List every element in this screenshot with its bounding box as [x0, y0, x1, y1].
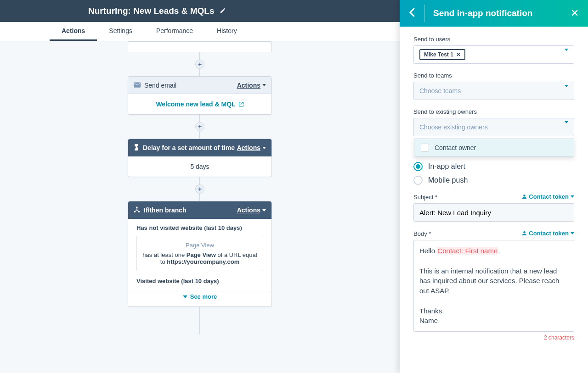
body-editor[interactable]: Hello Contact: First name, This is an in…: [413, 240, 574, 332]
side-panel: Send in-app notification ✕ Send to users…: [400, 0, 588, 373]
card-actions-menu[interactable]: Actions: [237, 206, 266, 214]
send-teams-label: Send to teams: [413, 72, 574, 79]
send-owners-select[interactable]: Choose existing owners Contact owner: [413, 118, 574, 136]
tab-history[interactable]: History: [205, 22, 249, 41]
card-actions-menu[interactable]: Actions: [237, 144, 266, 151]
radio-mobile-push[interactable]: Mobile push: [413, 176, 574, 185]
radio-button[interactable]: [413, 176, 423, 185]
card-send-email[interactable]: Send email Actions Welcome new lead & MQ…: [128, 76, 272, 115]
subject-label: Subject: [413, 194, 437, 200]
tabs-bar: Actions Settings Performance History: [0, 22, 400, 41]
card-cutoff: [128, 41, 272, 52]
branch-option-b-title: Visited website (last 10 days): [136, 278, 263, 284]
connector: [199, 131, 200, 139]
checkbox[interactable]: [421, 144, 429, 152]
card-delay[interactable]: Delay for a set amount of time Actions 5…: [128, 139, 272, 177]
tab-actions[interactable]: Actions: [50, 22, 97, 41]
contact-token-button-body[interactable]: Contact token: [522, 230, 574, 237]
owner-option-contact-owner[interactable]: Contact owner: [414, 139, 574, 156]
email-link[interactable]: Welcome new lead & MQL: [156, 100, 243, 108]
panel-title: Send in-app notification: [433, 8, 571, 18]
add-step-button[interactable]: +: [195, 60, 204, 69]
chevron-down-icon: [183, 295, 187, 298]
body-label: Body: [413, 230, 431, 237]
see-more-button[interactable]: See more: [136, 291, 263, 301]
card-if-then-branch[interactable]: If/then branch Actions Has not visited w…: [128, 201, 272, 307]
branch-body: Has not visited website (last 10 days) P…: [128, 219, 271, 306]
chevron-down-icon: [571, 232, 574, 234]
send-users-select[interactable]: Mike Test 1 ✕: [413, 45, 574, 64]
add-step-button[interactable]: +: [195, 184, 204, 194]
mail-icon: [134, 82, 141, 89]
char-counter: 2 characters: [413, 334, 574, 341]
send-teams-select[interactable]: Choose teams: [413, 82, 574, 100]
card-header: If/then branch Actions: [128, 201, 271, 219]
back-button[interactable]: [409, 7, 419, 19]
delay-value: 5 days: [128, 156, 271, 177]
workflow-title: Nurturing: New Leads & MQLs: [88, 6, 214, 16]
owners-dropdown: Contact owner: [414, 139, 574, 157]
card-header: Send email Actions: [128, 77, 271, 94]
close-panel-button[interactable]: ✕: [571, 7, 579, 19]
remove-chip-icon[interactable]: ✕: [456, 51, 461, 58]
chevron-down-icon: [565, 51, 568, 58]
panel-header: Send in-app notification ✕: [400, 0, 588, 27]
panel-body: Send to users Mike Test 1 ✕ Send to team…: [400, 27, 588, 373]
contact-token-button-subject[interactable]: Contact token: [522, 193, 574, 200]
connector: [199, 69, 200, 76]
chevron-down-icon: [571, 195, 574, 198]
tab-performance[interactable]: Performance: [144, 22, 205, 41]
connector: [199, 307, 200, 334]
card-title: If/then branch: [144, 206, 187, 214]
svg-point-0: [136, 206, 138, 208]
chevron-down-icon: [565, 123, 568, 131]
hourglass-icon: [134, 144, 139, 152]
connector: [199, 177, 200, 184]
subject-input[interactable]: [413, 203, 574, 222]
body-token[interactable]: Contact: First name: [437, 247, 498, 255]
branch-option-a-title: Has not visited website (last 10 days): [136, 224, 263, 231]
branch-icon: [134, 206, 140, 214]
connector: [199, 52, 200, 60]
edit-title-icon[interactable]: [220, 7, 226, 15]
send-users-label: Send to users: [413, 36, 574, 43]
user-chip: Mike Test 1 ✕: [419, 49, 465, 60]
card-title: Delay for a set amount of time: [143, 144, 235, 151]
connector: [199, 115, 200, 122]
criteria-box[interactable]: Page View has at least one Page View of …: [136, 236, 263, 271]
send-owners-label: Send to existing owners: [413, 108, 574, 115]
connector: [199, 194, 200, 201]
divider: [424, 5, 425, 22]
radio-in-app-alert[interactable]: In-app alert: [413, 162, 574, 171]
card-actions-menu[interactable]: Actions: [237, 82, 266, 89]
chevron-down-icon: [565, 87, 568, 95]
criteria-heading: Page View: [142, 242, 257, 249]
radio-button[interactable]: [413, 162, 423, 171]
card-header: Delay for a set amount of time Actions: [128, 139, 271, 156]
app-header: Nurturing: New Leads & MQLs: [0, 0, 400, 22]
workflow-canvas[interactable]: + Send email Actions Welcome new lead & …: [0, 41, 400, 373]
card-title: Send email: [144, 82, 176, 89]
tab-settings[interactable]: Settings: [97, 22, 144, 41]
add-step-button[interactable]: +: [195, 122, 204, 131]
